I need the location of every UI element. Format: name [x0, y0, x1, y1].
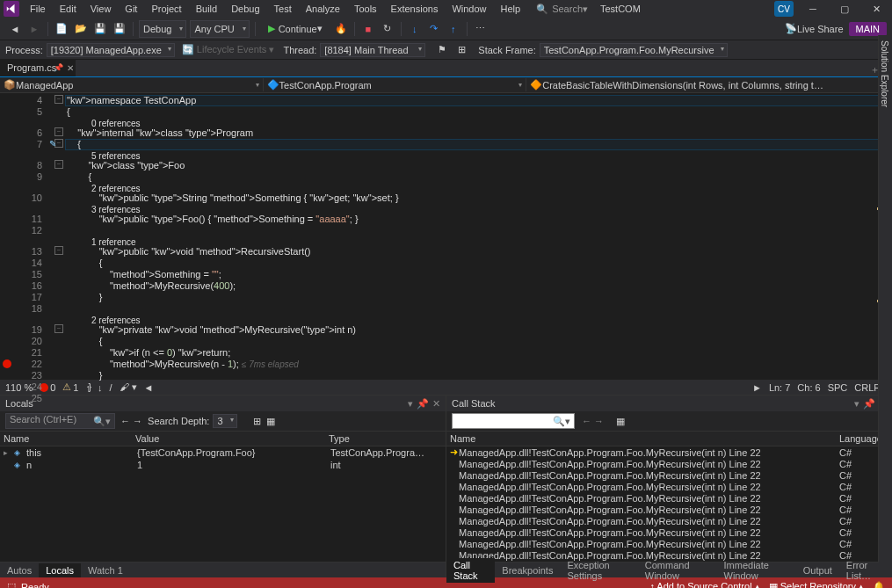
threads-icon[interactable]: ⊞: [453, 41, 470, 59]
menu-help[interactable]: Help: [494, 2, 528, 16]
view-icon[interactable]: ▦: [616, 416, 625, 427]
flag-icon[interactable]: ⚑: [433, 41, 451, 59]
bottom-tab[interactable]: Output: [796, 563, 839, 577]
thread-combo[interactable]: [8184] Main Thread: [320, 43, 425, 57]
bottom-tab[interactable]: Call Stack: [446, 558, 495, 583]
col-value[interactable]: Value: [135, 433, 329, 444]
tree-icon[interactable]: ⊞: [253, 416, 261, 427]
ln-col[interactable]: Ln: 7: [769, 382, 790, 393]
main-badge[interactable]: MAIN: [849, 22, 888, 36]
open-icon[interactable]: 📂: [72, 20, 90, 38]
account-badge[interactable]: CV: [774, 1, 794, 17]
step-over-icon[interactable]: ↷: [425, 20, 443, 38]
bottom-tab[interactable]: Watch 1: [81, 563, 130, 577]
tab-program-cs[interactable]: Program.cs 📌 ✕: [0, 59, 76, 76]
scroll-left-icon[interactable]: ◄: [144, 382, 154, 393]
col-name[interactable]: Name: [450, 433, 839, 444]
menu-extensions[interactable]: Extensions: [384, 2, 446, 16]
menu-test[interactable]: Test: [267, 2, 299, 16]
dropdown-icon[interactable]: ▾: [408, 398, 413, 410]
callstack-row[interactable]: ManagedApp.dll!TestConApp.Program.Foo.My…: [446, 538, 892, 549]
menu-file[interactable]: File: [23, 2, 53, 16]
stop-icon[interactable]: ■: [359, 20, 377, 38]
notifications-icon[interactable]: 🔔: [873, 581, 885, 588]
locals-title[interactable]: Locals ▾📌✕: [0, 396, 446, 411]
continue-button[interactable]: ▶Continue ▾: [263, 20, 328, 38]
callstack-row[interactable]: ManagedApp.dll!TestConApp.Program.Foo.My…: [446, 458, 892, 469]
callstack-row[interactable]: ManagedApp.dll!TestConApp.Program.Foo.My…: [446, 481, 892, 492]
restart-icon[interactable]: ↻: [379, 20, 396, 38]
config-combo[interactable]: Debug: [139, 20, 186, 38]
columns-icon[interactable]: ▦: [266, 416, 275, 427]
select-repository[interactable]: ▦ Select Repository ▴: [769, 581, 864, 588]
nav-down-icon[interactable]: ↓: [98, 382, 103, 393]
platform-combo[interactable]: Any CPU: [190, 20, 249, 38]
nav-fwd-icon[interactable]: ►: [25, 20, 43, 38]
document-tabs: Program.cs 📌 ✕ ＋ ▾: [0, 60, 892, 77]
scroll-right-icon[interactable]: ►: [752, 382, 762, 393]
process-combo[interactable]: [19320] ManagedApp.exe: [47, 43, 175, 57]
menu-window[interactable]: Window: [445, 2, 493, 16]
callstack-row[interactable]: ManagedApp.dll!TestConApp.Program.Foo.My…: [446, 469, 892, 481]
bottom-tab[interactable]: Exception Settings: [560, 558, 637, 583]
callstack-row[interactable]: ➜ManagedApp.dll!TestConApp.Program.Foo.M…: [446, 446, 892, 458]
menu-build[interactable]: Build: [189, 2, 224, 16]
live-share-button[interactable]: 📡 Live Share: [785, 23, 844, 34]
callstack-row[interactable]: ManagedApp.dll!TestConApp.Program.Foo.My…: [446, 504, 892, 515]
new-file-icon[interactable]: 📄: [53, 20, 70, 38]
more-icon[interactable]: ⋯: [472, 20, 490, 38]
menu-analyze[interactable]: Analyze: [299, 2, 347, 16]
depth-combo[interactable]: 3: [213, 414, 237, 428]
hot-reload-icon[interactable]: 🔥: [332, 20, 350, 38]
callstack-row[interactable]: ManagedApp.dll!TestConApp.Program.Foo.My…: [446, 515, 892, 526]
process-label: Process:: [5, 45, 43, 55]
save-icon[interactable]: 💾: [91, 20, 109, 38]
nav-member[interactable]: 🔶 CrateBasicTableWithDimensions(int Rows…: [526, 78, 892, 91]
add-source-control[interactable]: ↑ Add to Source Control ▴: [649, 581, 759, 588]
menu-view[interactable]: View: [83, 2, 119, 16]
callstack-panel: Call Stack ▾📌✕ 🔍▾ ← → ▦ Name Language ➜M…: [446, 395, 892, 577]
menu-debug[interactable]: Debug: [224, 2, 266, 16]
bottom-tab[interactable]: Locals: [39, 563, 81, 577]
minimize-button[interactable]: ─: [801, 1, 825, 17]
nav-type[interactable]: 🔷 TestConApp.Program: [264, 78, 527, 91]
close-icon[interactable]: ✕: [432, 398, 440, 410]
callstack-row[interactable]: ManagedApp.dll!TestConApp.Program.Foo.My…: [446, 492, 892, 504]
nav-project[interactable]: 📦 ManagedApp: [0, 78, 264, 91]
menu-git[interactable]: Git: [118, 2, 144, 16]
callstack-row[interactable]: ManagedApp.dll!TestConApp.Program.Foo.My…: [446, 526, 892, 538]
dropdown-icon[interactable]: ▾: [854, 398, 859, 410]
brush-icon[interactable]: 🖌 ▾: [120, 381, 137, 393]
code-editor[interactable]: 4−56−7−✎8−910111213−141516171819−2021222…: [0, 93, 892, 380]
pin-icon[interactable]: 📌: [417, 398, 429, 410]
callstack-search[interactable]: 🔍▾: [452, 413, 575, 429]
solution-explorer-tab[interactable]: Solution Explorer: [878, 35, 892, 563]
bottom-tab[interactable]: Command Window: [638, 558, 717, 583]
lifecycle-events: 🔄 Lifecycle Events ▾: [182, 44, 275, 55]
locals-row[interactable]: ▸◈this{TestConApp.Program.Foo}TestConApp…: [0, 446, 446, 459]
maximize-button[interactable]: ▢: [832, 1, 857, 17]
menu-tools[interactable]: Tools: [347, 2, 384, 16]
bottom-tab[interactable]: Breakpoints: [495, 563, 560, 577]
locals-row[interactable]: ◈n1int: [0, 459, 446, 471]
pin-icon[interactable]: 📌: [863, 398, 875, 410]
close-icon[interactable]: ✕: [67, 63, 74, 73]
close-button[interactable]: ✕: [864, 1, 888, 17]
editor-gutter[interactable]: 4−56−7−✎8−910111213−141516171819−2021222…: [0, 93, 65, 380]
nav-back-icon[interactable]: ◄: [6, 20, 24, 38]
step-out-icon[interactable]: ↑: [445, 20, 462, 38]
pin-icon[interactable]: 📌: [54, 63, 63, 72]
menu-edit[interactable]: Edit: [53, 2, 83, 16]
callstack-title[interactable]: Call Stack ▾📌✕: [446, 396, 892, 411]
stack-combo[interactable]: TestConApp.Program.Foo.MyRecursive: [540, 43, 728, 57]
save-all-icon[interactable]: 💾: [111, 20, 128, 38]
search-input[interactable]: 🔍Search ▾: [536, 4, 588, 15]
step-into-icon[interactable]: ↓: [406, 20, 424, 38]
locals-search[interactable]: Search (Ctrl+E)🔍▾: [5, 413, 115, 429]
menu-project[interactable]: Project: [144, 2, 188, 16]
col-name[interactable]: Name: [4, 433, 135, 444]
bottom-tab[interactable]: Autos: [0, 563, 39, 577]
bottom-tab[interactable]: Immediate Window: [717, 558, 796, 583]
col-type[interactable]: Type: [329, 433, 442, 444]
locals-panel: Locals ▾📌✕ Search (Ctrl+E)🔍▾ ← → Search …: [0, 395, 446, 577]
